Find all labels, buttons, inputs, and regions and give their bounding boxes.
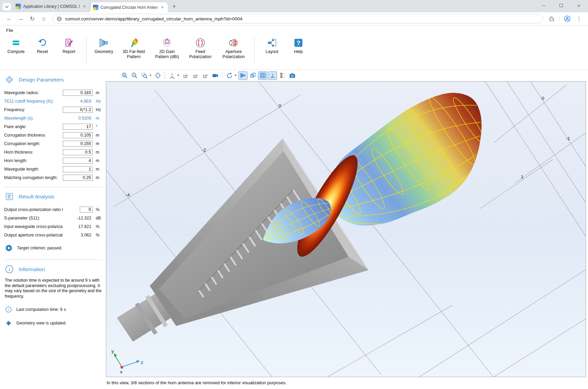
tab-horn-antenna[interactable]: Corrugated Circular Horn Anten × [90,2,168,12]
show-axes-button[interactable] [268,71,277,80]
parameter-unit: m [96,133,103,138]
extensions-button[interactable] [547,14,556,23]
parameter-input[interactable] [63,166,93,172]
button-label: Compute [7,49,25,54]
parameter-input[interactable] [63,158,93,164]
app-ribbon: ComputeResetReportGeometry3D Far-field P… [0,34,588,70]
chevron-down-icon [5,5,9,8]
dropdown-caret[interactable] [149,75,151,76]
gain-2d-button[interactable]: 2D Gain Pattern (dBi) [151,36,183,60]
feed-polarization-icon [195,37,206,48]
compute-button[interactable]: Compute [3,36,29,55]
aperture-polarization-button[interactable]: Aperture Polarization [218,36,250,60]
parameter-value: -12.322 [64,216,93,220]
parameter-label: Horn length: [4,158,63,163]
tick-label: -2 [202,147,206,153]
zoom-out-button[interactable] [130,71,139,80]
graphics-canvas[interactable]: 0 -2 -4 0 -1 1 y z x [106,81,586,377]
dropdown-caret[interactable] [235,75,237,76]
back-button[interactable]: ← [4,14,14,23]
view-xy-button[interactable]: xy [181,71,190,80]
transparency-button[interactable] [248,71,257,80]
report-button[interactable]: Report [56,36,81,55]
parameter-row: Input waveguide cross-polarization ratio… [4,222,103,231]
reset-button[interactable]: Reset [30,36,55,55]
reload-button[interactable]: ↻ [27,14,37,23]
grid-button[interactable] [258,71,267,80]
dropdown-caret[interactable] [177,75,179,76]
tab-search-button[interactable] [3,3,11,11]
aperture-polarization-icon [228,37,239,48]
parameter-input[interactable] [63,149,93,155]
parameter-unit: dB [96,216,103,220]
svg-text:i: i [8,308,9,312]
close-tab-icon[interactable]: × [82,4,87,9]
go-to-default-view-button[interactable] [167,71,177,80]
window-close-button[interactable]: × [575,2,583,9]
close-tab-icon[interactable]: × [160,5,165,10]
button-label: 2D Gain Pattern (dBi) [152,49,182,59]
toolbar-separator [165,72,165,79]
geometry-button[interactable]: Geometry [91,36,116,55]
rotate-button[interactable] [225,71,234,80]
window-minimize-button[interactable] [540,2,547,9]
view-xz-button[interactable]: xz [201,71,210,80]
parameter-unit: ° [96,124,103,129]
parameter-input[interactable] [63,132,93,138]
scene-light-icon [212,72,219,79]
file-menu[interactable]: File [5,27,15,34]
view-yz-button[interactable]: yz [191,71,200,80]
zoom-box-button[interactable] [140,71,149,80]
show-geometry-button[interactable] [238,71,247,80]
browser-menu-button[interactable]: ⋮ [574,14,584,23]
information-icon: i [5,265,14,274]
scene-light-button[interactable] [210,71,220,80]
scene-background [106,82,586,377]
parameter-label: Output aperture cross-polarization ratio… [4,233,63,237]
parameter-row: Frequency:Hz [4,105,103,114]
settings-panel: Design Parameters Waveguide radius:mTE11… [0,70,106,388]
parameter-input[interactable] [63,90,93,96]
snapshot-button[interactable] [288,71,297,80]
parameter-label: Horn thickness: [4,150,63,155]
help-button[interactable]: ?Help [286,36,311,55]
address-bar[interactable]: comsol.com/server-demo/app/library_corru… [52,14,543,23]
layout-button[interactable]: Layout [259,36,284,55]
transparency-icon [250,72,256,79]
parameter-label: Input waveguide cross-polarization ratio… [4,224,63,229]
solution-time-note: The solution time is expected to be arou… [5,278,103,299]
browser-titlebar: Application Library | COMSOL S × Corruga… [0,0,588,12]
parameter-row: Corrugation length:m [4,139,103,148]
forward-button[interactable]: → [16,14,25,23]
parameter-input[interactable] [63,107,93,113]
last-computation-text: Last computation time: 6 s [16,307,66,312]
zoom-in-button[interactable] [120,71,129,80]
app-menubar: File [0,25,588,34]
parameter-input[interactable] [80,207,93,213]
tick-label: -1 [566,136,570,141]
tab-application-library[interactable]: Application Library | COMSOL S × [13,3,90,10]
parameter-label: TE11 cutoff frequency (fc): [4,99,63,104]
parameter-value: 0.5205 [64,116,93,121]
profile-button[interactable] [563,14,572,23]
parameter-unit: m [96,158,103,163]
window-maximize-button[interactable] [557,2,565,9]
zoom-extents-button[interactable] [153,71,162,80]
report-icon [63,37,74,48]
home-button[interactable]: ⌂ [39,14,49,23]
parameter-row: Wavelength (λ):0.5205m [4,114,103,122]
feed-polarization-button[interactable]: Feed Polarization [184,36,216,60]
parameter-unit: m [96,175,103,180]
geometry-updated-row: Geometry view is updated. [5,320,103,326]
new-tab-button[interactable]: + [170,2,179,11]
far-field-3d-button[interactable]: 3D Far-field Pattern [118,36,150,60]
parameter-input[interactable] [63,175,93,181]
minimize-icon [542,5,546,6]
svg-text:xy: xy [184,74,188,77]
last-computation-row: i Last computation time: 6 s [5,306,103,313]
color-legend-button[interactable] [278,71,287,80]
svg-text:?: ? [296,40,300,47]
parameter-input[interactable] [63,141,93,147]
parameter-label: Corrugation length: [4,141,63,146]
parameter-input[interactable] [63,124,93,130]
